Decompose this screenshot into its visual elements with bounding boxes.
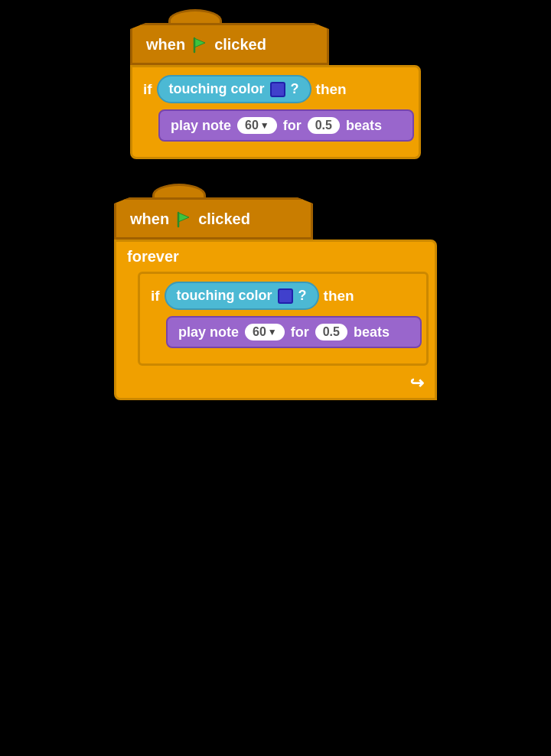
when-flag-clicked-block-2[interactable]: when clicked	[114, 197, 313, 240]
touching-color-label-2: touching color	[177, 288, 272, 304]
for-label-2: for	[291, 324, 309, 341]
play-note-block-1[interactable]: play note 60 ▼ for 0.5 beats	[158, 109, 414, 142]
when-label-2: when	[130, 210, 169, 228]
question-mark-1: ?	[291, 81, 299, 97]
script-group-2: when clicked forever if touching color	[114, 197, 437, 400]
touching-color-label-1: touching color	[169, 81, 265, 97]
touching-color-condition-1[interactable]: touching color ?	[157, 75, 311, 103]
if-header-1: if touching color ? then	[137, 72, 414, 106]
beats-value-pill-1[interactable]: 0.5	[308, 117, 340, 134]
note-dropdown-arrow-1: ▼	[260, 120, 269, 131]
svg-marker-2	[178, 213, 189, 222]
note-value-2: 60	[253, 325, 266, 339]
clicked-label-1: clicked	[214, 36, 266, 54]
if-label-2: if	[151, 288, 160, 305]
forever-block-2: forever if touching color ? then play no…	[114, 240, 437, 400]
note-value-pill-2[interactable]: 60 ▼	[245, 324, 285, 341]
then-label-1: then	[316, 81, 347, 98]
if-header-2: if touching color ? then	[145, 279, 422, 313]
note-value-pill-1[interactable]: 60 ▼	[237, 117, 277, 134]
hat-block-wrapper-2: when clicked	[114, 197, 313, 240]
if-then-block-2: if touching color ? then play note 60 ▼	[138, 272, 429, 366]
c-block-bottom-2	[145, 351, 422, 359]
hat-block-wrapper-1: when clicked	[130, 23, 329, 65]
beats-value-pill-2[interactable]: 0.5	[315, 324, 347, 341]
beats-label-1: beats	[346, 118, 382, 134]
then-label-2: then	[324, 288, 354, 305]
forever-header-2: forever	[116, 242, 435, 272]
loop-arrow-icon: ↩	[410, 373, 424, 393]
clicked-label-2: clicked	[198, 210, 250, 228]
note-dropdown-arrow-2: ▼	[268, 327, 277, 337]
note-value-1: 60	[245, 119, 259, 132]
play-note-label-1: play note	[171, 118, 231, 134]
if-then-block-1: if touching color ? then play note 60 ▼ …	[130, 65, 421, 159]
when-label-1: when	[146, 36, 185, 54]
play-note-label-2: play note	[178, 324, 239, 341]
when-flag-clicked-block-1[interactable]: when clicked	[130, 23, 329, 65]
green-flag-icon-1	[191, 37, 208, 54]
c-block-bottom-1	[137, 145, 414, 152]
beats-value-1: 0.5	[315, 119, 332, 132]
play-note-block-2[interactable]: play note 60 ▼ for 0.5 beats	[166, 316, 422, 348]
touching-color-condition-2[interactable]: touching color ?	[165, 282, 319, 310]
forever-inner-2: if touching color ? then play note 60 ▼	[138, 272, 429, 370]
color-square-1[interactable]	[270, 82, 285, 97]
beats-value-2: 0.5	[323, 325, 340, 339]
if-inner-1: play note 60 ▼ for 0.5 beats	[158, 109, 414, 142]
svg-marker-0	[194, 38, 205, 47]
if-inner-2: play note 60 ▼ for 0.5 beats	[166, 316, 422, 348]
forever-label-2: forever	[127, 248, 179, 266]
if-label-1: if	[143, 81, 152, 98]
for-label-1: for	[283, 118, 302, 134]
color-square-2[interactable]	[278, 288, 293, 304]
question-mark-2: ?	[298, 288, 307, 304]
beats-label-2: beats	[354, 324, 390, 341]
script-group-1: when clicked if touching color ? then pl…	[130, 23, 421, 159]
green-flag-icon-2	[175, 211, 192, 228]
forever-cap-arrow-2: ↩	[116, 370, 435, 398]
